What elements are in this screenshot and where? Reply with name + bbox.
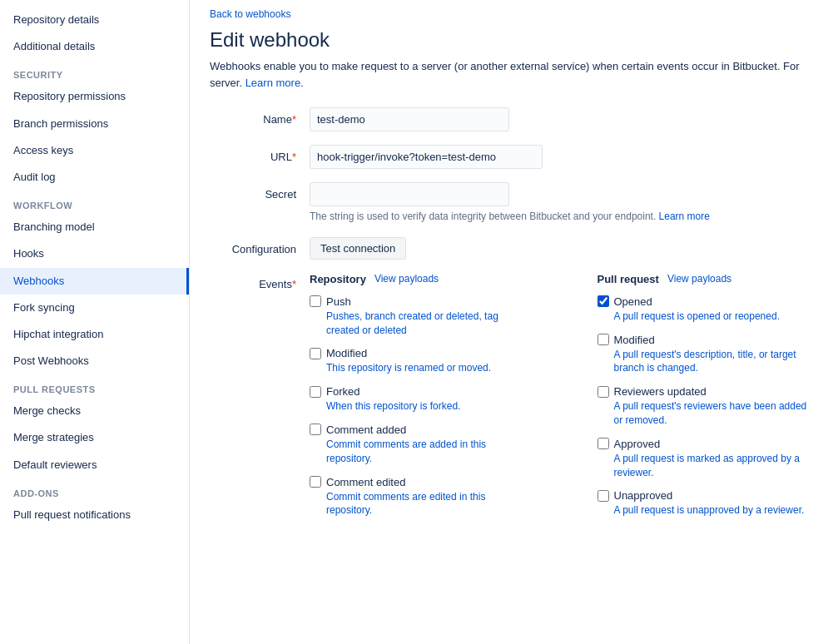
test-connection-button[interactable]: Test connection: [310, 237, 406, 260]
pull-request-events-list: OpenedA pull request is opened or reopen…: [598, 295, 819, 518]
name-label: Name*: [210, 107, 310, 126]
pr-event-modified-label: Modified: [614, 334, 655, 346]
secret-learn-more-link[interactable]: Learn more: [659, 211, 710, 222]
pr-event-reviewers-updated-label: Reviewers updated: [614, 385, 707, 398]
sidebar-item-additional-details[interactable]: Additional details: [0, 33, 189, 60]
repo-event-comment-edited-label: Comment edited: [326, 476, 405, 488]
pr-event-reviewers-updated-checkbox[interactable]: [598, 386, 609, 398]
repo-event-comment-added-checkbox[interactable]: [310, 424, 321, 435]
repo-event-push-checkbox[interactable]: [310, 295, 321, 307]
repo-event-modified-desc: This repository is renamed or moved.: [326, 361, 531, 375]
events-row: Events* Repository View payloads PushPus…: [210, 273, 818, 528]
url-required: *: [292, 151, 296, 163]
pr-event-opened-desc: A pull request is opened or reopened.: [614, 310, 819, 324]
repository-events-column: Repository View payloads PushPushes, bra…: [310, 273, 531, 528]
url-field-container: [310, 145, 818, 169]
configuration-field: Test connection: [310, 237, 818, 260]
pull-request-events-column: Pull request View payloads OpenedA pull …: [598, 273, 819, 528]
learn-more-link[interactable]: Learn more.: [245, 77, 304, 89]
sidebar-item-repository-details[interactable]: Repository details: [0, 7, 189, 33]
repo-event-comment-added: Comment addedCommit comments are added i…: [310, 424, 531, 466]
pr-event-modified-desc: A pull request's description, title, or …: [614, 348, 819, 376]
events-columns: Repository View payloads PushPushes, bra…: [310, 273, 818, 528]
sidebar-section-workflow: WORKFLOW: [0, 191, 189, 214]
events-container-outer: Repository View payloads PushPushes, bra…: [310, 273, 818, 528]
sidebar-item-merge-checks[interactable]: Merge checks: [0, 398, 189, 424]
pull-request-view-payloads-link[interactable]: View payloads: [667, 273, 731, 285]
name-input[interactable]: [310, 107, 509, 131]
secret-label: Secret: [210, 182, 310, 201]
repo-event-comment-edited-checkbox[interactable]: [310, 476, 321, 488]
secret-input[interactable]: [310, 182, 509, 206]
sidebar: Repository details Additional details SE…: [0, 0, 190, 644]
secret-hint: The string is used to verify data integr…: [310, 210, 818, 224]
pr-event-unapproved: UnapprovedA pull request is unapproved b…: [598, 489, 819, 518]
name-required: *: [292, 113, 296, 126]
repo-event-push-desc: Pushes, branch created or deleted, tag c…: [326, 310, 531, 338]
sidebar-item-audit-log[interactable]: Audit log: [0, 164, 189, 191]
pr-event-unapproved-label: Unapproved: [614, 489, 673, 502]
url-label: URL*: [210, 145, 310, 163]
sidebar-item-pull-request-notifications[interactable]: Pull request notifications: [0, 502, 189, 528]
repo-event-forked: ForkedWhen this repository is forked.: [310, 385, 531, 414]
page-title: Edit webhook: [210, 28, 818, 52]
events-required: *: [292, 278, 296, 290]
sidebar-item-hooks[interactable]: Hooks: [0, 240, 189, 267]
sidebar-section-pull-requests: PULL REQUESTS: [0, 374, 189, 398]
repository-events-list: PushPushes, branch created or deleted, t…: [310, 295, 531, 518]
pr-event-modified-checkbox[interactable]: [598, 334, 609, 345]
pr-event-approved-checkbox[interactable]: [598, 438, 609, 449]
pr-event-reviewers-updated: Reviewers updatedA pull request's review…: [598, 385, 819, 428]
pr-event-approved-desc: A pull request is marked as approved by …: [614, 452, 819, 480]
url-input[interactable]: [310, 145, 543, 169]
configuration-row: Configuration Test connection: [210, 237, 818, 260]
name-field-row: Name*: [210, 107, 818, 131]
sidebar-item-default-reviewers[interactable]: Default reviewers: [0, 452, 189, 478]
sidebar-section-add-ons: ADD-ONS: [0, 478, 189, 502]
repository-view-payloads-link[interactable]: View payloads: [374, 273, 439, 285]
repo-event-comment-added-desc: Commit comments are added in this reposi…: [326, 438, 531, 466]
repo-event-modified-label: Modified: [326, 347, 367, 359]
sidebar-item-fork-syncing[interactable]: Fork syncing: [0, 295, 189, 321]
sidebar-item-branching-model[interactable]: Branching model: [0, 214, 189, 240]
pr-event-unapproved-desc: A pull request is unapproved by a review…: [614, 503, 819, 518]
sidebar-item-post-webhooks[interactable]: Post Webhooks: [0, 348, 189, 374]
pr-event-opened: OpenedA pull request is opened or reopen…: [598, 295, 819, 324]
repository-section-header: Repository View payloads: [310, 273, 531, 285]
repo-event-modified: ModifiedThis repository is renamed or mo…: [310, 347, 531, 375]
repo-event-forked-label: Forked: [326, 385, 359, 398]
repo-event-comment-added-label: Comment added: [326, 424, 406, 436]
repo-event-forked-desc: When this repository is forked.: [326, 399, 531, 414]
events-label: Events*: [210, 273, 310, 290]
repo-event-comment-edited-desc: Commit comments are edited in this repos…: [326, 490, 531, 518]
secret-field-container: The string is used to verify data integr…: [310, 182, 818, 224]
main-content: Back to webhooks Edit webhook Webhooks e…: [190, 0, 838, 644]
repo-event-modified-checkbox[interactable]: [310, 348, 321, 359]
pr-event-unapproved-checkbox[interactable]: [598, 490, 609, 502]
page-description: Webhooks enable you to make request to a…: [210, 58, 818, 91]
url-field-row: URL*: [210, 145, 818, 169]
pr-event-modified: ModifiedA pull request's description, ti…: [598, 334, 819, 376]
sidebar-item-access-keys[interactable]: Access keys: [0, 137, 189, 164]
pull-request-section-header: Pull request View payloads: [598, 273, 819, 285]
repo-event-push: PushPushes, branch created or deleted, t…: [310, 295, 531, 338]
repo-event-forked-checkbox[interactable]: [310, 386, 321, 398]
pr-event-approved: ApprovedA pull request is marked as appr…: [598, 438, 819, 480]
sidebar-item-repository-permissions[interactable]: Repository permissions: [0, 83, 189, 110]
sidebar-item-merge-strategies[interactable]: Merge strategies: [0, 424, 189, 451]
pr-event-opened-label: Opened: [614, 295, 652, 308]
sidebar-item-webhooks[interactable]: Webhooks: [0, 268, 189, 295]
sidebar-item-branch-permissions[interactable]: Branch permissions: [0, 111, 189, 137]
back-to-webhooks-link[interactable]: Back to webhooks: [210, 0, 290, 25]
name-field-container: [310, 107, 818, 131]
repository-section-title: Repository: [310, 273, 366, 285]
secret-field-row: Secret The string is used to verify data…: [210, 182, 818, 224]
repo-event-comment-edited: Comment editedCommit comments are edited…: [310, 476, 531, 518]
pr-event-approved-label: Approved: [614, 438, 661, 450]
configuration-label: Configuration: [210, 237, 310, 255]
sidebar-section-security: SECURITY: [0, 60, 189, 83]
pull-request-section-title: Pull request: [598, 273, 659, 285]
pr-event-opened-checkbox[interactable]: [598, 295, 609, 307]
pr-event-reviewers-updated-desc: A pull request's reviewers have been add…: [614, 399, 819, 428]
sidebar-item-hipchat-integration[interactable]: Hipchat integration: [0, 321, 189, 348]
